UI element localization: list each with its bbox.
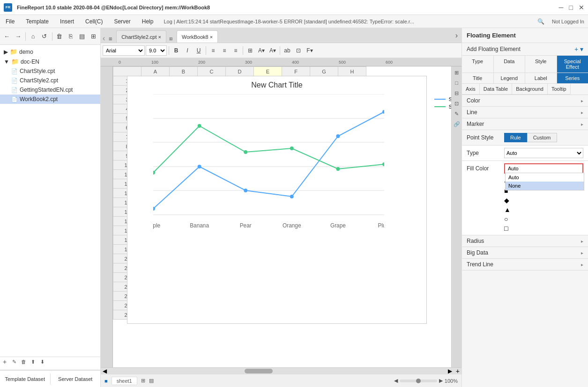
toolbar-refresh[interactable]: ↺ — [39, 31, 49, 42]
side-icon-5[interactable]: ✎ — [453, 110, 461, 118]
scroll-thumb[interactable] — [245, 369, 273, 373]
file-chartstyle[interactable]: 📄 ChartStyle.cpt — [0, 66, 100, 76]
type-select[interactable]: Auto None ● ■ ◆ ▲ ○ □ — [504, 148, 583, 158]
col-header-b[interactable]: B — [170, 67, 198, 76]
scroll-right-arrow[interactable]: ▶ — [446, 368, 454, 374]
col-header-c[interactable]: C — [198, 67, 226, 76]
size-select[interactable]: 9.0 — [146, 45, 167, 56]
chart-tab2-datatable[interactable]: Data Table — [480, 84, 512, 95]
ds-delete[interactable]: 🗑 — [19, 357, 28, 366]
font-select[interactable]: Arial — [103, 45, 145, 56]
chart-tab-legend[interactable]: Legend — [494, 73, 526, 83]
tab-type[interactable]: Type — [462, 56, 494, 73]
menu-insert[interactable]: Insert — [54, 16, 80, 27]
marker-triangle[interactable]: ▲ — [504, 205, 583, 214]
ds-add[interactable]: + — [0, 357, 9, 366]
bold-button[interactable]: B — [171, 45, 181, 56]
file-workbook2[interactable]: 📄 WorkBook2.cpt — [0, 95, 100, 104]
big-data-section[interactable]: Big Data ▸ — [462, 247, 588, 259]
fill-option-auto[interactable]: Auto — [505, 164, 582, 173]
tab-data[interactable]: Data — [494, 56, 526, 73]
col-header-f[interactable]: F — [282, 67, 310, 76]
zoom-thumb[interactable] — [416, 379, 421, 383]
bg-color-btn[interactable]: A▾ — [268, 45, 278, 56]
scrollbar-horizontal[interactable]: ◀ ▶ + — [101, 367, 461, 374]
sheet-add-icon[interactable]: ⊞ — [141, 378, 145, 384]
close-button[interactable]: ✕ — [579, 4, 584, 11]
maximize-button[interactable]: □ — [569, 4, 573, 11]
tab-chartstyle2[interactable]: ChartStyle2.cpt × — [116, 30, 166, 43]
border-btn[interactable]: ⊞ — [245, 45, 255, 56]
scroll-track[interactable] — [109, 368, 446, 374]
side-icon-2[interactable]: □ — [453, 79, 461, 87]
toolbar-copy[interactable]: ⎘ — [66, 31, 76, 42]
ds-edit[interactable]: ✎ — [9, 357, 19, 366]
server-dataset-tab[interactable]: Server Dataset — [51, 373, 101, 385]
chart-tab-series[interactable]: Series — [557, 73, 588, 83]
align-left[interactable]: ≡ — [208, 45, 218, 56]
add-floating-button[interactable]: + ▾ — [574, 45, 583, 53]
tab-workbook8[interactable]: WorkBook8 × — [177, 30, 218, 43]
search-icon[interactable]: 🔍 — [534, 18, 548, 25]
merge-btn[interactable]: ⊡ — [293, 45, 304, 56]
toolbar-view2[interactable]: ⊞ — [89, 31, 98, 42]
login-status[interactable]: Not Logged In — [548, 19, 588, 24]
chart-tab2-background[interactable]: Background — [512, 84, 548, 95]
menu-template[interactable]: Template — [20, 16, 54, 27]
fill-option-none[interactable]: None — [506, 182, 584, 190]
italic-button[interactable]: I — [182, 45, 193, 56]
align-center[interactable]: ≡ — [219, 45, 230, 56]
sheet-view-icon[interactable]: ▤ — [149, 378, 154, 384]
col-header-d[interactable]: D — [226, 67, 254, 76]
chart-tab-title[interactable]: Title — [462, 73, 494, 83]
side-icon-3[interactable]: ⊟ — [453, 89, 461, 97]
col-header-a[interactable]: A — [141, 67, 170, 76]
fill-select-box[interactable]: Auto Auto None — [504, 163, 583, 174]
marker-diamond[interactable]: ◆ — [504, 196, 583, 205]
col-header-e[interactable]: E — [254, 67, 282, 76]
radius-section[interactable]: Radius ▸ — [462, 235, 588, 247]
spreadsheet[interactable]: A B C D E F G H 123456789101112131415161… — [113, 66, 451, 367]
tab-special-effect[interactable]: Special Effect — [557, 56, 588, 73]
side-icon-4[interactable]: ⊡ — [453, 99, 461, 108]
chart-tab2-axis[interactable]: Axis — [462, 84, 480, 95]
scroll-zoom-plus[interactable]: + — [454, 367, 461, 374]
tab-more[interactable]: › — [454, 31, 460, 40]
file-chartstyle2[interactable]: 📄 ChartStyle2.cpt — [0, 76, 100, 85]
zoom-slider[interactable] — [400, 380, 437, 382]
ds-export[interactable]: ⬇ — [37, 357, 47, 366]
chart-container[interactable]: New Chart Title 0 — [127, 76, 427, 324]
scroll-nav-left[interactable]: ◀ — [394, 378, 398, 384]
marker-ring[interactable]: ○ — [504, 214, 583, 224]
toolbar-view1[interactable]: ▤ — [77, 31, 87, 42]
side-icon-6[interactable]: 🔗 — [453, 120, 461, 128]
more-btn[interactable]: F▾ — [305, 45, 315, 56]
strikethrough-btn[interactable]: ab — [282, 45, 292, 56]
col-header-h[interactable]: H — [338, 67, 366, 76]
fill-option-auto-dd[interactable]: Auto — [506, 173, 584, 182]
menu-file[interactable]: File — [0, 16, 20, 27]
minimize-button[interactable]: ─ — [559, 4, 564, 11]
underline-button[interactable]: U — [194, 45, 204, 56]
toolbar-back[interactable]: ← — [2, 31, 12, 42]
scroll-left-arrow[interactable]: ◀ — [101, 368, 109, 374]
toolbar-delete[interactable]: 🗑 — [54, 31, 64, 42]
fill-color-dropdown[interactable]: Auto Auto None — [504, 163, 583, 174]
marker-section[interactable]: Marker ▸ — [462, 118, 588, 130]
menu-server[interactable]: Server — [108, 16, 136, 27]
marker-open-square[interactable]: □ — [504, 224, 583, 233]
sheet-tab[interactable]: sheet1 — [112, 377, 137, 385]
line-section[interactable]: Line ▸ — [462, 107, 588, 118]
tab-scroll-left[interactable]: ‹ — [103, 34, 105, 43]
chart-tab2-tooltip[interactable]: Tooltip — [548, 84, 571, 95]
rule-button[interactable]: Rule — [504, 133, 527, 142]
toolbar-forward[interactable]: → — [13, 31, 23, 42]
folder-demo[interactable]: ▶ 📁 demo — [0, 47, 100, 57]
folder-doc-en[interactable]: ▼ 📁 doc-EN — [0, 57, 100, 66]
window-controls[interactable]: ─ □ ✕ — [559, 4, 584, 11]
custom-button[interactable]: Custom — [527, 133, 557, 142]
color-btn[interactable]: A▾ — [256, 45, 267, 56]
align-right[interactable]: ≡ — [231, 45, 241, 56]
color-section[interactable]: Color ▸ — [462, 95, 588, 107]
menu-help[interactable]: Help — [136, 16, 159, 27]
